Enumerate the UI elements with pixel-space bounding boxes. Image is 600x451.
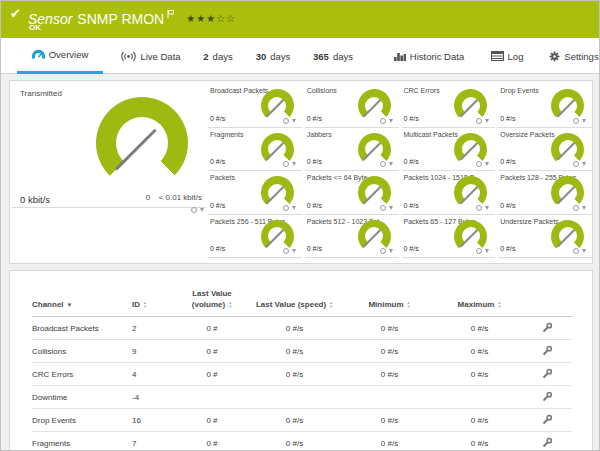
star-filled-icon[interactable]: ★	[196, 13, 206, 24]
mini-gauge-tile[interactable]: Oversize Packets0 #/s	[498, 128, 592, 172]
gear-icon[interactable]	[573, 205, 579, 211]
gauge-actions	[573, 205, 586, 211]
gear-icon[interactable]	[476, 205, 482, 211]
gauge-actions	[283, 205, 296, 211]
channel-settings-wrench-icon[interactable]	[542, 418, 553, 427]
tab-settings[interactable]: Settings	[547, 38, 600, 74]
priority-stars: ★★★☆☆	[186, 13, 236, 24]
mini-gauge-tile[interactable]: Packets 256 - 511 Bytes0 #/s	[208, 215, 302, 259]
channel-link[interactable]: Downtime	[32, 393, 68, 402]
gear-icon[interactable]	[283, 248, 289, 254]
download-icon[interactable]	[389, 119, 393, 123]
download-icon[interactable]	[485, 249, 489, 253]
star-empty-icon[interactable]: ☆	[216, 13, 226, 24]
channel-settings-wrench-icon[interactable]	[542, 395, 553, 404]
gauge-actions	[283, 248, 296, 254]
mini-gauge-tile[interactable]: Fragments0 #/s	[208, 128, 302, 172]
star-empty-icon[interactable]: ☆	[226, 13, 236, 24]
download-icon[interactable]	[389, 206, 393, 210]
mini-gauge-tile[interactable]: Packets 1024 - 1518 B...0 #/s	[402, 171, 496, 215]
channel-link[interactable]: Broadcast Packets	[32, 324, 99, 333]
mini-gauge-tile[interactable]: Jabbers0 #/s	[305, 128, 399, 172]
mini-gauge-tile[interactable]: Packets 128 - 255 Bytes0 #/s	[498, 171, 592, 215]
download-icon[interactable]	[582, 206, 586, 210]
gauge-title: Drop Events	[500, 87, 539, 94]
channel-link[interactable]: Collisions	[32, 347, 66, 356]
channel-link[interactable]: CRC Errors	[32, 370, 73, 379]
gear-icon[interactable]	[380, 161, 386, 167]
channel-settings-wrench-icon[interactable]	[542, 441, 553, 450]
star-filled-icon[interactable]: ★	[206, 13, 216, 24]
channel-settings-wrench-icon[interactable]	[542, 372, 553, 381]
mini-gauge-tile[interactable]: Undersize Packets0 #/s	[498, 215, 592, 259]
tab-historic-data[interactable]: Historic Data	[387, 38, 471, 74]
gauge-value: 0 #/s	[210, 158, 225, 165]
gear-icon[interactable]	[380, 118, 386, 124]
gear-icon[interactable]	[191, 207, 197, 213]
cell-maximum: 0 #/s	[437, 408, 522, 431]
mini-gauge-tile[interactable]: Packets 65 - 127 Bytes0 #/s	[402, 215, 496, 259]
tab-365-days[interactable]: 365 days	[301, 38, 365, 74]
download-icon[interactable]	[389, 162, 393, 166]
cell-maximum: 0 #/s	[437, 339, 522, 362]
col-header-last-value-speed[interactable]: Last Value (speed)▲▼	[247, 283, 342, 316]
cell-maximum	[437, 385, 522, 408]
download-icon[interactable]	[200, 208, 204, 212]
mini-gauge-tile[interactable]: Packets <= 64 Byte0 #/s	[305, 171, 399, 215]
download-icon[interactable]	[582, 249, 586, 253]
gear-icon[interactable]	[573, 248, 579, 254]
col-header-last-value-volume[interactable]: Last Value (volume)▲▼	[177, 283, 247, 316]
download-icon[interactable]	[389, 249, 393, 253]
gear-icon[interactable]	[476, 248, 482, 254]
tab-overview[interactable]: Overview	[17, 38, 103, 74]
gear-icon[interactable]	[476, 161, 482, 167]
download-icon[interactable]	[485, 119, 489, 123]
col-header-channel[interactable]: Channel▼	[32, 283, 132, 316]
download-icon[interactable]	[582, 119, 586, 123]
col-header-maximum[interactable]: Maximum▲▼	[437, 283, 522, 316]
star-filled-icon[interactable]: ★	[186, 13, 196, 24]
tab-log[interactable]: Log	[485, 38, 529, 74]
mini-gauge-tile[interactable]: Multicast Packets0 #/s	[402, 128, 496, 172]
mini-gauge-tile[interactable]: CRC Errors0 #/s	[402, 84, 496, 128]
tab-label: Historic Data	[410, 51, 464, 62]
cell-speed	[247, 385, 342, 408]
mini-gauge-tile[interactable]: Drop Events0 #/s	[498, 84, 592, 128]
channel-link[interactable]: Drop Events	[32, 416, 76, 425]
gear-icon[interactable]	[573, 118, 579, 124]
download-icon[interactable]	[485, 162, 489, 166]
tab-30-days[interactable]: 30 days	[247, 38, 299, 74]
download-icon[interactable]	[292, 249, 296, 253]
tab-label: Settings	[564, 51, 598, 62]
priority-flag-icon[interactable]	[167, 5, 174, 21]
gear-icon[interactable]	[476, 118, 482, 124]
tab-live-data[interactable]: Live Data	[109, 38, 193, 74]
col-header-id[interactable]: ID▲▼	[132, 283, 177, 316]
gear-icon[interactable]	[283, 205, 289, 211]
mini-gauge-tile[interactable]: Packets 512 - 1023 Byt...0 #/s	[305, 215, 399, 259]
channel-settings-wrench-icon[interactable]	[542, 349, 553, 358]
download-icon[interactable]	[485, 206, 489, 210]
main-gauge-tile[interactable]: Transmitted 0 < 0.01 kbit/s 0 kbit/s	[12, 83, 206, 208]
channel-settings-wrench-icon[interactable]	[542, 326, 553, 335]
mini-gauge-tile[interactable]: Packets0 #/s	[208, 171, 302, 215]
download-icon[interactable]	[582, 162, 586, 166]
col-header-minimum[interactable]: Minimum▲▼	[342, 283, 437, 316]
download-icon[interactable]	[292, 119, 296, 123]
download-icon[interactable]	[292, 162, 296, 166]
gauge-value: 0 #/s	[307, 202, 322, 209]
gear-icon[interactable]	[380, 248, 386, 254]
mini-gauge-tile[interactable]: Collisions0 #/s	[305, 84, 399, 128]
gear-icon[interactable]	[380, 205, 386, 211]
download-icon[interactable]	[292, 206, 296, 210]
tab-2-days[interactable]: 2 days	[195, 38, 241, 74]
cell-id: 4	[132, 362, 177, 385]
cell-volume: 0 #	[177, 431, 247, 451]
gear-icon[interactable]	[283, 118, 289, 124]
gauge-title: Jabbers	[307, 131, 332, 138]
gauge-needle	[556, 99, 574, 117]
mini-gauge-tile[interactable]: Broadcast Packets0 #/s	[208, 84, 302, 128]
channel-link[interactable]: Fragments	[32, 439, 70, 448]
gear-icon[interactable]	[283, 161, 289, 167]
gear-icon[interactable]	[573, 161, 579, 167]
